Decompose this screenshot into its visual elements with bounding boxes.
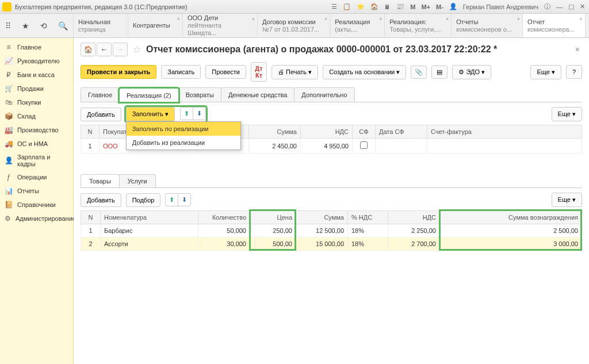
tab-close-icon[interactable]: × <box>579 16 582 23</box>
doc-header: 🏠 ← → ☆ Отчет комиссионера (агента) о пр… <box>74 38 589 59</box>
app-tab[interactable]: Отчеткомиссионера...× <box>523 14 586 37</box>
add-button[interactable]: Добавить <box>81 108 121 121</box>
sidebar-item[interactable]: 👤Зарплата и кадры <box>0 151 73 170</box>
app-tab[interactable]: Отчетыкомиссионеров о...× <box>452 14 523 37</box>
info-icon[interactable]: ⓘ <box>542 2 552 11</box>
sidebar-item[interactable]: 🛒Продажи <box>0 82 73 95</box>
sidebar-label: Зарплата и кадры <box>17 154 68 167</box>
goods-table[interactable]: N Номенклатура Количество Цена Сумма % Н… <box>81 210 582 251</box>
tab-close-icon[interactable]: × <box>446 16 449 23</box>
post-close-button[interactable]: Провести и закрыть <box>81 65 156 79</box>
tool-icon[interactable]: ☰ <box>330 3 339 10</box>
tool-icon[interactable]: 🖩 <box>383 3 392 10</box>
app-tab[interactable]: Реализация(акты,...× <box>330 14 385 37</box>
star-icon[interactable]: ★ <box>22 21 29 30</box>
sidebar-item[interactable]: 🚚ОС и НМА <box>0 137 73 151</box>
history-icon[interactable]: ⟲ <box>40 21 47 30</box>
tab-close-icon[interactable]: × <box>379 16 382 23</box>
tab-other[interactable]: Дополнительно <box>294 87 354 102</box>
tab-realization[interactable]: Реализация (2) <box>119 88 179 102</box>
m-plus-icon[interactable]: M+ <box>419 3 432 10</box>
app-tab[interactable]: ООО Детилейтенанта Шмидта...× <box>183 14 258 37</box>
tool-icon[interactable]: 🏠 <box>369 3 380 10</box>
real-more-button[interactable]: Еще ▾ <box>552 107 582 121</box>
table-row[interactable]: 1Барбарис50,000250,0012 500,0018%2 250,0… <box>81 224 582 237</box>
fill-button[interactable]: Заполнить ▾ <box>126 107 175 121</box>
back-button[interactable]: ← <box>97 43 112 56</box>
create-by-button[interactable]: Создать на основании ▾ <box>323 65 406 79</box>
goods-more-button[interactable]: Еще ▾ <box>552 193 582 207</box>
move-down-icon[interactable]: ⬇ <box>178 194 190 206</box>
attach-button[interactable]: 📎 <box>411 66 427 79</box>
close-icon[interactable]: ✕ <box>578 3 587 10</box>
tab-close-icon[interactable]: × <box>177 16 180 23</box>
real-tools: Добавить Заполнить ▾ ⬆ ⬇ Заполнить по ре… <box>74 102 589 125</box>
post-button[interactable]: Провести <box>205 65 246 79</box>
tab-goods[interactable]: Товары <box>81 174 120 187</box>
user-name[interactable]: Герман Павел Андреевич <box>461 3 540 10</box>
sidebar-item[interactable]: 🏭Производство <box>0 123 73 137</box>
tool-icon[interactable]: 📰 <box>395 3 406 10</box>
goods-tabs: Товары Услуги <box>81 174 582 187</box>
help-button[interactable]: ? <box>566 65 582 79</box>
tab-services[interactable]: Услуги <box>119 174 156 187</box>
m-minus-icon[interactable]: M- <box>434 3 445 10</box>
sidebar-icon: 👤 <box>5 156 13 164</box>
fill-by-realization[interactable]: Заполнить по реализации <box>127 122 240 136</box>
tab-close-icon[interactable]: × <box>517 16 520 23</box>
goods-add-button[interactable]: Добавить <box>81 193 121 207</box>
tab-main[interactable]: Главное <box>81 87 120 102</box>
sidebar-item[interactable]: ₽Банк и касса <box>0 68 73 82</box>
sidebar-item[interactable]: ⚙Администрирование <box>0 212 73 225</box>
tab-cash[interactable]: Денежные средства <box>221 87 294 102</box>
sidebar-item[interactable]: 📔Справочники <box>0 198 73 212</box>
user-icon[interactable]: 👤 <box>448 3 459 10</box>
app-tab[interactable]: Реализация:Товары, услуги,...× <box>385 14 452 37</box>
page-title: Отчет комиссионера (агента) о продажах 0… <box>146 44 497 55</box>
goods-tools: Добавить Подбор ⬆ ⬇ Еще ▾ <box>81 188 582 210</box>
sidebar-item[interactable]: ≡Главное <box>0 40 73 54</box>
sidebar-label: ОС и НМА <box>17 140 48 147</box>
tab-close-icon[interactable]: × <box>324 16 327 23</box>
sidebar-item[interactable]: 📈Руководителю <box>0 54 73 68</box>
tool-icon[interactable]: ⭐ <box>355 3 366 10</box>
forward-button[interactable]: → <box>113 43 128 56</box>
list-button[interactable]: ▤ <box>431 66 448 79</box>
minimize-icon[interactable]: — <box>554 3 564 10</box>
apps-icon[interactable]: ⠿ <box>5 21 11 30</box>
app-tab[interactable]: Контрагенты× <box>128 14 183 37</box>
close-doc-icon[interactable]: × <box>573 45 582 54</box>
sidebar-item[interactable]: ƒОперации <box>0 170 73 184</box>
favorite-star-icon[interactable]: ☆ <box>132 43 141 56</box>
sidebar-icon: 📦 <box>5 112 13 120</box>
move-down-icon[interactable]: ⬇ <box>193 108 205 120</box>
search-icon[interactable]: 🔍 <box>58 21 68 30</box>
sidebar-label: Производство <box>17 127 59 133</box>
sidebar-label: Отчеты <box>17 187 39 194</box>
home-button[interactable]: 🏠 <box>81 43 95 56</box>
move-up-icon[interactable]: ⬆ <box>181 108 193 120</box>
table-row[interactable]: 2Ассорти30,000500,0015 000,0018%2 700,00… <box>81 237 582 251</box>
m-icon[interactable]: M <box>408 3 417 10</box>
app-tab[interactable]: Начальнаястраница <box>74 14 128 37</box>
app-tab[interactable]: Договор комиссии№7 от 01.03.2017...× <box>258 14 330 37</box>
maximize-icon[interactable]: ▢ <box>567 3 576 10</box>
tab-returns[interactable]: Возвраты <box>178 87 221 102</box>
save-button[interactable]: Записать <box>161 65 201 79</box>
goods-pick-button[interactable]: Подбор <box>126 193 161 207</box>
sidebar-item[interactable]: 🛍Покупки <box>0 95 73 109</box>
gcol-n: N <box>81 211 101 224</box>
sidebar-item[interactable]: 📦Склад <box>0 109 73 123</box>
add-from-realization[interactable]: Добавить из реализации <box>127 136 240 150</box>
more-button[interactable]: Еще ▾ <box>530 65 561 79</box>
sf-checkbox[interactable] <box>360 141 368 149</box>
sidebar-item[interactable]: 📊Отчеты <box>0 184 73 198</box>
tool-icon[interactable]: 📋 <box>341 3 353 10</box>
print-button[interactable]: 🖨 Печать ▾ <box>271 65 318 79</box>
move-up-icon[interactable]: ⬆ <box>166 194 178 206</box>
dt-kt-button[interactable]: ДтКт <box>251 62 267 82</box>
gcol-reward: Сумма вознаграждения <box>440 211 582 224</box>
tab-close-icon[interactable]: × <box>252 16 255 23</box>
edo-button[interactable]: ⚙ ЭДО ▾ <box>452 65 491 79</box>
sidebar-icon: 📈 <box>5 57 13 65</box>
